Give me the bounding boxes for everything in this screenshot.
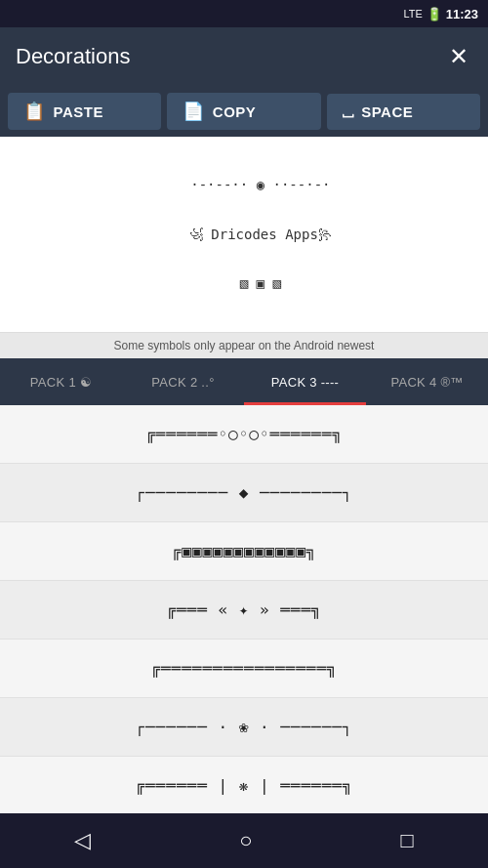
- copy-icon: 📄: [183, 101, 205, 122]
- tab-pack2-label: PACK 2 ..°: [151, 375, 214, 390]
- time-display: 11:23: [446, 7, 478, 21]
- list-item[interactable]: ┌──────── ◆ ────────┐: [0, 464, 488, 522]
- page-title: Decorations: [16, 44, 130, 69]
- toolbar: 📋 PASTE 📄 COPY ⎵ SPACE: [0, 86, 488, 137]
- preview-area: ·-·--·· ◉ ··--·-· ꧁ Dricodes Apps꧂ ▧ ▣ ▧: [0, 137, 488, 333]
- tab-pack4[interactable]: PACK 4 ®™: [366, 358, 488, 405]
- preview-line2: ꧁ Dricodes Apps꧂: [189, 227, 332, 242]
- paste-label: PASTE: [54, 103, 103, 120]
- signal-icon: LTE: [403, 8, 422, 20]
- decoration-symbol: ╔══════ | ❋ | ══════╗: [135, 776, 352, 795]
- tab-pack3[interactable]: PACK 3 ----: [244, 358, 366, 405]
- paste-button[interactable]: 📋 PASTE: [8, 93, 161, 130]
- app-header: Decorations ✕: [0, 27, 488, 86]
- preview-line3: ▧ ▣ ▧: [240, 275, 281, 291]
- space-label: SPACE: [361, 103, 413, 120]
- status-bar: LTE 🔋 11:23: [0, 0, 488, 27]
- tabs-bar: PACK 1 ☯ PACK 2 ..° PACK 3 ---- PACK 4 ®…: [0, 358, 488, 405]
- tab-pack1-label: PACK 1 ☯: [30, 375, 92, 390]
- decoration-symbol: ╔══════◦○◦○◦══════╗: [145, 425, 343, 443]
- list-item[interactable]: ╔════════════════╗: [0, 640, 488, 698]
- decorations-list: ╔══════◦○◦○◦══════╗ ┌──────── ◆ ────────…: [0, 405, 488, 868]
- tab-pack1[interactable]: PACK 1 ☯: [0, 358, 122, 405]
- decoration-symbol: ╔════════════════╗: [150, 659, 337, 678]
- home-button[interactable]: ○: [220, 820, 271, 861]
- space-button[interactable]: ⎵ SPACE: [327, 94, 480, 130]
- decoration-symbol: ┌──────── ◆ ────────┐: [135, 483, 352, 502]
- list-item[interactable]: ╔═══ « ✦ » ═══╗: [0, 581, 488, 640]
- decoration-symbol: ╔▣▣▣▣▣▣▣▣▣▣▣▣╗: [172, 542, 317, 560]
- preview-line1: ·-·--·· ◉ ··--·-·: [190, 177, 330, 192]
- recent-button[interactable]: □: [382, 820, 433, 861]
- list-item[interactable]: ╔══════ | ❋ | ══════╗: [0, 757, 488, 815]
- back-icon: ◁: [74, 828, 91, 853]
- recent-icon: □: [401, 828, 414, 853]
- preview-text: ·-·--·· ◉ ··--·-· ꧁ Dricodes Apps꧂ ▧ ▣ ▧: [156, 148, 332, 320]
- decoration-symbol: ╔═══ « ✦ » ═══╗: [166, 600, 322, 619]
- decoration-symbol: ┌────── · ❀ · ──────┐: [135, 718, 352, 736]
- bottom-nav: ◁ ○ □: [0, 813, 488, 868]
- home-icon: ○: [239, 828, 252, 853]
- space-icon: ⎵: [343, 102, 354, 122]
- copy-button[interactable]: 📄 COPY: [167, 93, 320, 130]
- info-text: Some symbols only appear on the Android …: [0, 333, 488, 358]
- back-button[interactable]: ◁: [55, 820, 110, 861]
- list-item[interactable]: ╔▣▣▣▣▣▣▣▣▣▣▣▣╗: [0, 522, 488, 581]
- copy-label: COPY: [213, 103, 257, 120]
- tab-pack3-label: PACK 3 ----: [271, 375, 340, 390]
- tab-pack2[interactable]: PACK 2 ..°: [122, 358, 244, 405]
- status-icons: LTE 🔋 11:23: [403, 7, 478, 21]
- paste-icon: 📋: [23, 101, 46, 122]
- tab-pack4-label: PACK 4 ®™: [390, 375, 463, 390]
- battery-icon: 🔋: [427, 7, 442, 21]
- list-item[interactable]: ╔══════◦○◦○◦══════╗: [0, 405, 488, 464]
- close-button[interactable]: ✕: [445, 41, 472, 72]
- list-item[interactable]: ┌────── · ❀ · ──────┐: [0, 698, 488, 757]
